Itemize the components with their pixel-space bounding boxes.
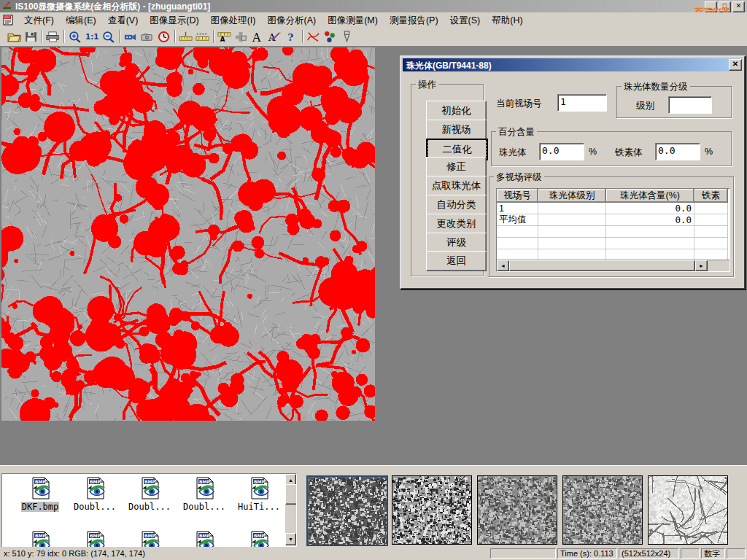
thumbnail-5[interactable] [648, 475, 728, 545]
file-list[interactable]: BMPDKF.bmpBMPDoubl...BMPDoubl...BMPDoubl… [1, 473, 297, 548]
help-icon[interactable]: ? [283, 28, 300, 44]
bmp-file-icon: BMP [83, 531, 107, 548]
multifield-table[interactable]: 视场号珠光体级别珠光体含量(%)铁素 10.0平均值0.0 [496, 188, 730, 260]
table-column-header-0[interactable]: 视场号 [497, 189, 538, 203]
pearlite-percent-input[interactable]: 0.0 [539, 143, 584, 160]
table-cell [694, 226, 728, 238]
scroll-down-icon[interactable]: ▼ [285, 533, 296, 545]
operation-button-3[interactable]: 修正 [426, 157, 487, 177]
operation-button-5[interactable]: 自动分类 [426, 195, 487, 215]
pen-tool-icon[interactable] [338, 28, 355, 44]
operation-button-1[interactable]: 新视场 [426, 120, 487, 140]
file-item-3[interactable]: BMPDoubl... [178, 477, 231, 513]
operation-button-0[interactable]: 初始化 [426, 101, 487, 121]
operation-button-7[interactable]: 评级 [426, 233, 487, 253]
timer-clock-icon[interactable] [155, 28, 172, 44]
dialog-title-bar: 珠光体(GB/T9441-88) [403, 58, 740, 71]
menu-item-7[interactable]: 测量报告(P) [384, 14, 444, 28]
scroll-right-icon[interactable]: ► [695, 260, 708, 271]
thumbnail-1[interactable] [306, 475, 388, 546]
bmp-file-icon: BMP [28, 531, 52, 548]
file-item-row2-4[interactable]: BMP [233, 531, 285, 548]
table-row[interactable] [497, 238, 729, 249]
menu-item-1[interactable]: 编辑(E) [60, 14, 102, 28]
zoom-in-icon[interactable] [66, 28, 83, 44]
menu-item-0[interactable]: 文件(F) [18, 14, 60, 28]
operation-button-6[interactable]: 更改类别 [426, 214, 487, 234]
menu-item-4[interactable]: 图像处理(I) [205, 14, 262, 28]
menu-item-2[interactable]: 查看(V) [102, 14, 144, 28]
mode-panel: 数字 [701, 548, 725, 559]
window-title: IS100显微摄像系统(金相分析版) - [zhuguangti01] [15, 1, 210, 13]
close-button[interactable]: ✕ [732, 1, 745, 12]
menu-item-8[interactable]: 设置(S) [444, 14, 487, 28]
video-capture-icon[interactable] [122, 28, 139, 44]
menu-items: 文件(F)编辑(E)查看(V)图像显示(D)图像处理(I)图像分析(A)图像测量… [18, 14, 529, 28]
measure-dotted-icon[interactable] [194, 28, 211, 44]
table-row[interactable]: 10.0 [497, 203, 729, 214]
actual-size-icon[interactable]: 1:1 [83, 28, 100, 44]
color-count-icon[interactable] [322, 28, 338, 44]
save-icon[interactable] [23, 28, 39, 44]
menu-item-5[interactable]: 图像分析(A) [261, 14, 322, 28]
toolbar: 1:1AAA? [0, 27, 747, 47]
table-row[interactable] [497, 249, 729, 260]
file-item-4[interactable]: BMPHuiTi... [233, 477, 285, 513]
image-size-panel: (512x512x24) [619, 548, 679, 559]
file-list-scrollbar[interactable]: ▲ ▼ [285, 474, 296, 545]
snapshot-camera-icon[interactable] [139, 28, 155, 44]
table-cell [694, 203, 728, 214]
operation-button-4[interactable]: 点取珠光体 [426, 176, 487, 196]
toolbar-separator [117, 29, 122, 44]
document-icon[interactable]: DOC [3, 15, 14, 26]
bmp-file-icon: BMP [247, 477, 271, 499]
thumbnail-4[interactable] [562, 475, 643, 545]
menu-item-9[interactable]: 帮助(H) [486, 14, 528, 28]
grid-overlay-icon[interactable] [233, 28, 249, 44]
file-label: DKF.bmp [21, 502, 60, 512]
current-field-input[interactable]: 1 [557, 94, 607, 112]
menu-item-3[interactable]: 图像显示(D) [144, 14, 204, 28]
file-item-row2-1[interactable]: BMP [69, 531, 121, 548]
table-row[interactable] [497, 226, 729, 238]
file-item-2[interactable]: BMPDoubl... [123, 477, 176, 513]
menu-item-6[interactable]: 图像测量(M) [322, 14, 384, 28]
progress-panel [490, 548, 556, 559]
scroll-left-icon[interactable]: ◄ [497, 260, 509, 271]
zoom-out-icon[interactable] [100, 28, 117, 44]
open-file-icon[interactable] [6, 28, 23, 44]
table-cell [694, 214, 728, 226]
file-item-0[interactable]: BMPDKF.bmp [14, 477, 66, 513]
operation-button-8[interactable]: 返回 [426, 251, 487, 271]
file-item-1[interactable]: BMPDoubl... [69, 477, 121, 513]
print-icon[interactable] [44, 28, 61, 44]
annotate-pen-icon[interactable]: A [266, 28, 283, 44]
file-item-row2-0[interactable]: BMP [14, 531, 66, 548]
measure-length-icon[interactable] [177, 28, 194, 44]
curve-tool-icon[interactable] [305, 28, 322, 44]
svg-text:BMP: BMP [90, 533, 101, 538]
title-bar: IS100显微摄像系统(金相分析版) - [zhuguangti01] _□✕ … [0, 0, 747, 12]
table-column-header-3[interactable]: 铁素 [694, 189, 728, 203]
ferrite-percent-input[interactable]: 0.0 [655, 143, 700, 160]
time-panel: Time (s): 0.113 [557, 548, 617, 559]
svg-text:A: A [252, 31, 261, 43]
close-icon[interactable]: ✕ [729, 59, 742, 71]
text-tool-icon[interactable]: A [249, 28, 266, 44]
svg-text:BMP: BMP [144, 479, 156, 484]
measure-text-icon[interactable]: A [216, 28, 233, 44]
file-item-row2-3[interactable]: BMP [178, 531, 231, 548]
grade-label: 级别 [636, 100, 654, 112]
thumbnail-2[interactable] [392, 475, 472, 545]
grade-input[interactable] [668, 96, 712, 114]
scrollbar-thumb[interactable] [509, 260, 695, 271]
binarized-micrograph-view[interactable] [1, 47, 375, 421]
table-column-header-1[interactable]: 珠光体级别 [538, 189, 606, 203]
table-horizontal-scrollbar[interactable]: ◄ ► [496, 260, 730, 272]
scrollbar-thumb[interactable] [285, 484, 297, 505]
file-item-row2-2[interactable]: BMP [123, 531, 176, 548]
thumbnail-3[interactable] [477, 475, 557, 545]
status-bar: x: 510 y: 79 idx: 0 RGB: (174, 174, 174)… [0, 547, 747, 560]
table-row[interactable]: 平均值0.0 [497, 214, 729, 226]
table-column-header-2[interactable]: 珠光体含量(%) [606, 189, 694, 203]
